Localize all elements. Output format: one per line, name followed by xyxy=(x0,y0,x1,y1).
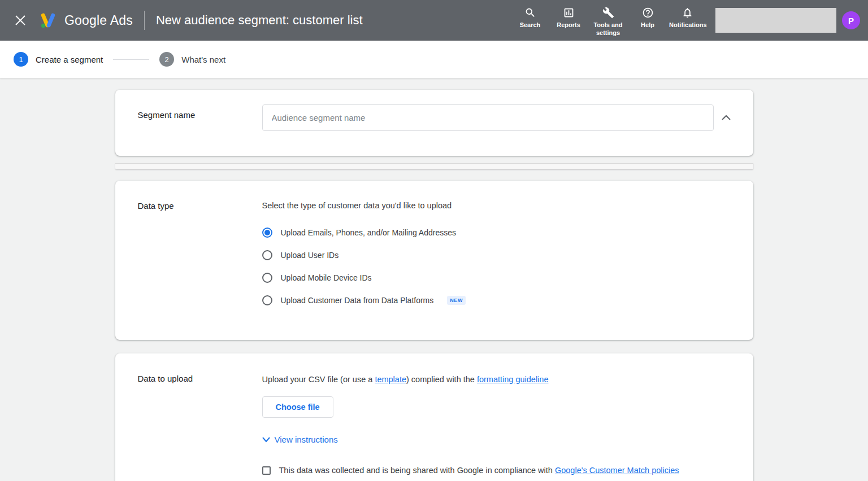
main-content: Segment name Data type Select the type o… xyxy=(0,78,868,481)
nav-search-label: Search xyxy=(520,21,541,29)
consent-row: This data was collected and is being sha… xyxy=(262,466,731,475)
step-create-segment[interactable]: 1 Create a segment xyxy=(14,52,103,67)
wrench-icon xyxy=(602,7,614,19)
data-type-label: Data type xyxy=(138,195,262,312)
new-badge: NEW xyxy=(447,296,466,305)
account-info-redacted xyxy=(715,8,836,33)
step-2-circle: 2 xyxy=(159,52,174,67)
view-instructions-toggle[interactable]: View instructions xyxy=(262,435,338,444)
chevron-down-icon xyxy=(262,437,270,442)
upload-instruction-text: Upload your CSV file (or use a template)… xyxy=(262,368,731,385)
radio-option-user-ids[interactable]: Upload User IDs xyxy=(262,244,731,266)
formatting-guideline-link[interactable]: formatting guideline xyxy=(477,375,549,384)
radio-option-data-platforms[interactable]: Upload Customer Data from Data Platforms… xyxy=(262,289,731,312)
radio-option-label: Upload Mobile Device IDs xyxy=(281,273,372,282)
step-1-circle: 1 xyxy=(14,52,28,67)
step-connector xyxy=(113,59,149,60)
nav-tools-label: Tools and settings xyxy=(590,21,626,37)
upload-text-part2: ) complied with the xyxy=(406,375,477,384)
data-to-upload-label: Data to upload xyxy=(138,368,262,481)
nav-help-label: Help xyxy=(641,21,654,29)
collapsed-section-strip[interactable] xyxy=(115,163,753,169)
search-icon xyxy=(524,7,536,19)
consent-checkbox[interactable] xyxy=(262,466,271,475)
nav-search-button[interactable]: Search xyxy=(511,7,549,29)
close-icon[interactable] xyxy=(10,10,31,30)
radio-checked-icon xyxy=(262,228,272,238)
nav-notifications-button[interactable]: Notifications xyxy=(667,7,708,29)
radio-option-emails[interactable]: Upload Emails, Phones, and/or Mailing Ad… xyxy=(262,221,731,244)
step-2-label: What's next xyxy=(181,55,225,64)
google-ads-logo-icon xyxy=(38,11,58,29)
consent-text-part: This data was collected and is being sha… xyxy=(279,466,555,475)
radio-unchecked-icon xyxy=(262,295,272,305)
segment-name-input[interactable] xyxy=(262,104,714,131)
view-instructions-label: View instructions xyxy=(275,435,338,444)
header-divider xyxy=(144,11,145,30)
radio-option-label: Upload Emails, Phones, and/or Mailing Ad… xyxy=(281,228,457,237)
step-whats-next[interactable]: 2 What's next xyxy=(159,52,225,67)
data-type-card: Data type Select the type of customer da… xyxy=(115,181,753,340)
reports-icon xyxy=(563,7,575,19)
customer-match-policies-link[interactable]: Google's Customer Match policies xyxy=(555,466,679,475)
segment-name-label: Segment name xyxy=(138,104,262,131)
nav-reports-button[interactable]: Reports xyxy=(549,7,588,29)
radio-option-label: Upload User IDs xyxy=(281,251,339,260)
data-type-description: Select the type of customer data you'd l… xyxy=(262,195,731,210)
radio-unchecked-icon xyxy=(262,273,272,283)
step-1-label: Create a segment xyxy=(36,55,103,64)
data-to-upload-card: Data to upload Upload your CSV file (or … xyxy=(115,353,753,481)
top-app-bar: Google Ads New audience segment: custome… xyxy=(0,0,868,41)
radio-unchecked-icon xyxy=(262,250,272,260)
nav-help-button[interactable]: Help xyxy=(628,7,667,29)
template-link[interactable]: template xyxy=(375,375,406,384)
avatar[interactable]: P xyxy=(842,11,860,29)
consent-text: This data was collected and is being sha… xyxy=(279,466,679,475)
radio-option-label: Upload Customer Data from Data Platforms xyxy=(281,296,434,305)
bell-icon xyxy=(682,7,693,19)
google-ads-logo: Google Ads xyxy=(38,11,133,29)
collapse-section-button[interactable] xyxy=(722,104,731,131)
stepper: 1 Create a segment 2 What's next xyxy=(0,41,868,78)
choose-file-button[interactable]: Choose file xyxy=(262,396,333,418)
header-nav: Search Reports Tools and settings Help N… xyxy=(511,0,708,37)
page-title: New audience segment: customer list xyxy=(156,13,363,28)
help-icon xyxy=(642,7,654,19)
nav-tools-button[interactable]: Tools and settings xyxy=(588,7,628,37)
radio-option-mobile-device-ids[interactable]: Upload Mobile Device IDs xyxy=(262,266,731,289)
upload-text-part1: Upload your CSV file (or use a xyxy=(262,375,375,384)
brand-text: Google Ads xyxy=(64,13,133,28)
nav-reports-label: Reports xyxy=(557,21,580,29)
nav-notifications-label: Notifications xyxy=(669,21,705,29)
data-type-options: Upload Emails, Phones, and/or Mailing Ad… xyxy=(262,221,731,312)
chevron-up-icon xyxy=(722,115,731,120)
segment-name-card: Segment name xyxy=(115,90,753,156)
